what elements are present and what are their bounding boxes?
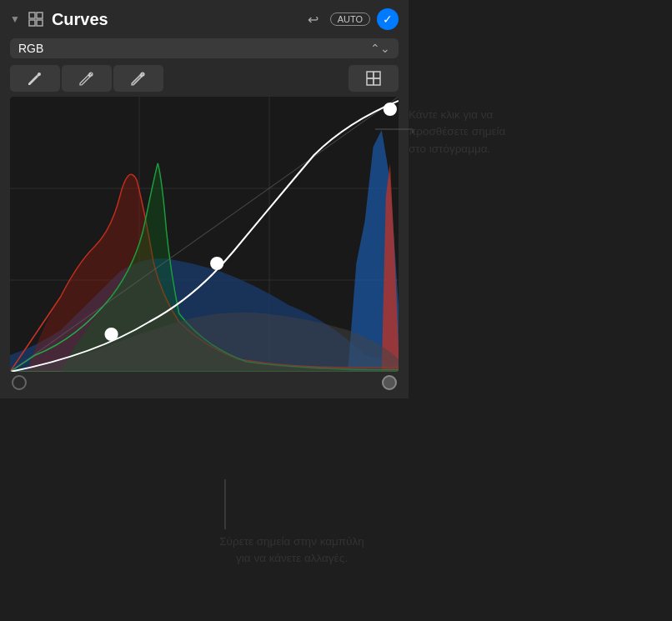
svg-point-4 [38, 73, 41, 76]
header-row: ▼ Curves ↩ AUTO ✓ [10, 8, 399, 30]
svg-point-16 [211, 258, 223, 269]
svg-point-17 [384, 103, 396, 115]
svg-point-6 [141, 73, 144, 76]
chevron-updown-icon: ⌃⌄ [370, 42, 390, 55]
bottom-controls [10, 372, 399, 390]
auto-button[interactable]: AUTO [330, 13, 370, 26]
channel-label: RGB [18, 42, 370, 55]
disclosure-triangle[interactable]: ▼ [10, 13, 20, 25]
curves-panel: ▼ Curves ↩ AUTO ✓ RGB ⌃⌄ [0, 0, 409, 398]
black-point-eyedropper-button[interactable] [10, 65, 60, 92]
panel-title: Curves [52, 10, 296, 29]
highlight-handle[interactable] [382, 375, 397, 390]
curves-area[interactable] [10, 97, 399, 372]
svg-point-15 [105, 328, 117, 340]
svg-rect-0 [29, 13, 35, 18]
tool-row [10, 65, 399, 92]
undo-button[interactable]: ↩ [303, 10, 323, 29]
gray-point-eyedropper-button[interactable] [62, 65, 112, 92]
svg-rect-2 [29, 20, 35, 26]
svg-rect-1 [37, 13, 43, 18]
add-point-button[interactable] [349, 65, 399, 92]
channel-selector[interactable]: RGB ⌃⌄ [10, 38, 399, 58]
callout-top-text: Κάντε κλικ για να προσθέσετε σημεία στο … [409, 107, 659, 158]
svg-rect-3 [37, 20, 43, 26]
shadow-handle[interactable] [12, 375, 27, 390]
confirm-button[interactable]: ✓ [377, 8, 399, 30]
grid-icon [27, 10, 45, 28]
white-point-eyedropper-button[interactable] [113, 65, 163, 92]
callout-bottom-text: Σύρετε σημεία στην καμπύλη για να κάνετε… [183, 533, 400, 568]
